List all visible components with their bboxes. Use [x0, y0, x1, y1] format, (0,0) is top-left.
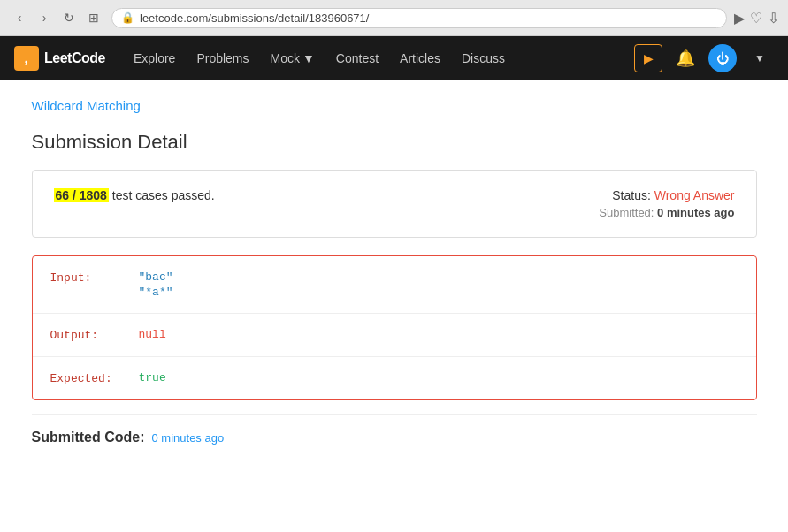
user-chevron-icon[interactable]: ▼	[746, 44, 774, 72]
address-bar[interactable]: 🔒	[111, 8, 727, 28]
nav-discuss[interactable]: Discuss	[462, 51, 505, 65]
submission-card: 66 / 1808 test cases passed. Status: Wro…	[32, 170, 757, 238]
browser-actions: ▶ ♡ ⇩	[734, 10, 779, 27]
page-content: Wildcard Matching Submission Detail 66 /…	[14, 80, 775, 463]
forward-button[interactable]: ›	[34, 7, 55, 28]
divider	[32, 414, 757, 415]
browser-chrome: ‹ › ↻ ⊞ 🔒 ▶ ♡ ⇩	[0, 0, 788, 36]
nav-problems[interactable]: Problems	[196, 51, 249, 65]
url-input[interactable]	[140, 11, 717, 25]
logo-area[interactable]: , LeetCode	[14, 46, 105, 71]
status-line: Status: Wrong Answer	[599, 188, 734, 202]
submitted-code-section: Submitted Code: 0 minutes ago	[32, 429, 757, 445]
bell-icon[interactable]: 🔔	[671, 44, 700, 72]
input-row: Input: "bac" "*a*"	[33, 256, 756, 314]
favorite-icon[interactable]: ♡	[750, 10, 762, 27]
input-label: Input:	[50, 270, 121, 285]
breadcrumb-link[interactable]: Wildcard Matching	[32, 98, 141, 113]
input-value-1: "bac"	[139, 270, 173, 284]
test-cases-text: 66 / 1808 test cases passed.	[54, 188, 215, 202]
submitted-code-label: Submitted Code:	[32, 429, 145, 445]
expected-label: Expected:	[50, 371, 121, 385]
nav-mock[interactable]: Mock ▼	[271, 51, 315, 65]
submitted-code-time: 0 minutes ago	[152, 431, 225, 445]
nav-icons-group: ▶ 🔔 ⏻ ▼	[634, 44, 774, 72]
logo-icon: ,	[14, 46, 39, 71]
nav-explore[interactable]: Explore	[134, 51, 175, 65]
cast-icon[interactable]: ▶	[734, 10, 745, 27]
mock-chevron-icon: ▼	[302, 51, 315, 65]
terminal-icon[interactable]: ▶	[634, 44, 662, 72]
back-button[interactable]: ‹	[9, 7, 30, 28]
expected-value: true	[139, 371, 166, 384]
navbar: , LeetCode Explore Problems Mock ▼ Conte…	[0, 36, 788, 80]
input-values: "bac" "*a*"	[139, 270, 173, 299]
test-cases-section: 66 / 1808 test cases passed.	[54, 188, 215, 202]
logo-text: LeetCode	[44, 50, 105, 66]
status-section: Status: Wrong Answer Submitted: 0 minute…	[599, 188, 734, 219]
status-label: Status:	[612, 188, 654, 202]
page-title: Submission Detail	[32, 131, 757, 154]
refresh-button[interactable]: ↻	[58, 7, 80, 28]
browser-nav-buttons: ‹ › ↻ ⊞	[9, 7, 104, 28]
power-icon[interactable]: ⏻	[708, 44, 737, 72]
nav-articles[interactable]: Articles	[400, 51, 440, 65]
submitted-text: Submitted: 0 minutes ago	[599, 206, 734, 219]
output-row: Output: null	[33, 314, 756, 357]
test-cases-fraction: 66 / 1808	[54, 188, 109, 202]
detail-box: Input: "bac" "*a*" Output: null Expected…	[32, 255, 757, 400]
status-value: Wrong Answer	[654, 188, 735, 202]
nav-contest[interactable]: Contest	[336, 51, 379, 65]
submitted-time: 0 minutes ago	[657, 206, 734, 219]
expected-row: Expected: true	[33, 357, 756, 399]
input-value-2: "*a*"	[139, 285, 173, 299]
grid-button[interactable]: ⊞	[83, 7, 104, 28]
download-icon[interactable]: ⇩	[768, 10, 779, 27]
output-value: null	[139, 328, 166, 341]
output-label: Output:	[50, 328, 121, 342]
lock-icon: 🔒	[121, 11, 134, 24]
